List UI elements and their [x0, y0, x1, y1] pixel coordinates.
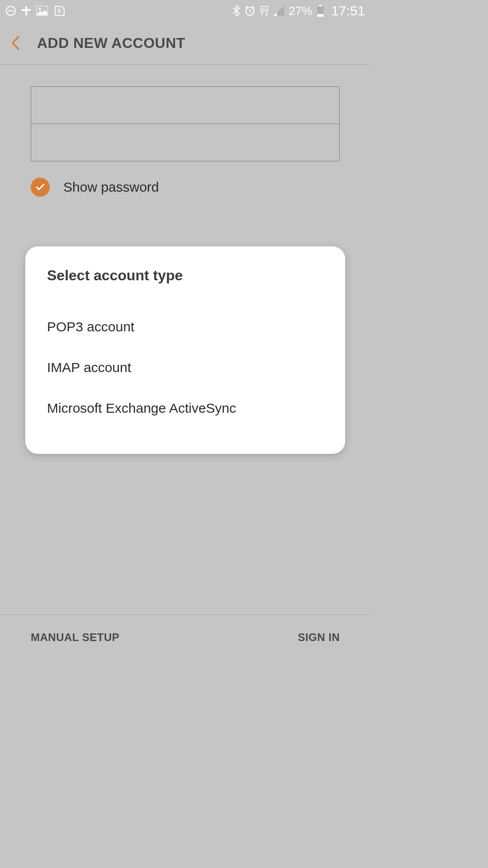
svg-rect-14 — [317, 14, 324, 17]
status-left-icons: S — [5, 5, 65, 16]
option-exchange[interactable]: Microsoft Exchange ActiveSync — [47, 388, 324, 429]
manual-setup-button[interactable]: MANUAL SETUP — [31, 631, 119, 644]
clock-time: 17:51 — [331, 3, 365, 19]
show-password-row: Show password — [31, 178, 340, 197]
bottom-bar: MANUAL SETUP SIGN IN — [0, 614, 371, 660]
svg-text:S: S — [57, 8, 61, 14]
battery-icon — [317, 5, 324, 17]
status-bar: S 4G — [0, 0, 371, 22]
option-pop3[interactable]: POP3 account — [47, 307, 324, 347]
svg-point-5 — [39, 8, 41, 10]
input-wrapper — [31, 86, 340, 161]
svg-line-8 — [246, 6, 248, 8]
form-content: Show password — [0, 65, 371, 197]
carrier-icon — [22, 5, 31, 16]
signal-icon — [273, 6, 284, 16]
page-title: ADD NEW ACCOUNT — [37, 35, 185, 52]
svg-line-9 — [252, 6, 254, 8]
data-icon: 4G — [260, 5, 269, 16]
svg-rect-12 — [319, 5, 322, 6]
app-header: ADD NEW ACCOUNT — [0, 22, 371, 65]
option-imap[interactable]: IMAP account — [47, 347, 324, 388]
svg-text:4G: 4G — [262, 7, 266, 10]
password-field[interactable] — [31, 124, 339, 161]
sign-in-button[interactable]: SIGN IN — [298, 631, 340, 644]
show-password-label: Show password — [63, 179, 159, 195]
email-field[interactable] — [31, 87, 339, 124]
account-type-modal: Select account type POP3 account IMAP ac… — [25, 246, 345, 454]
sd-icon: S — [53, 5, 65, 16]
dnd-icon — [5, 5, 16, 16]
back-button[interactable] — [6, 34, 24, 52]
status-right-icons: 4G 27% 17:51 — [233, 3, 365, 19]
svg-rect-3 — [22, 9, 31, 11]
show-password-checkbox[interactable] — [31, 178, 50, 197]
battery-percent: 27% — [289, 4, 312, 18]
bluetooth-icon — [233, 5, 240, 17]
modal-title: Select account type — [47, 267, 324, 284]
gallery-icon — [36, 6, 48, 16]
alarm-icon — [244, 5, 255, 16]
